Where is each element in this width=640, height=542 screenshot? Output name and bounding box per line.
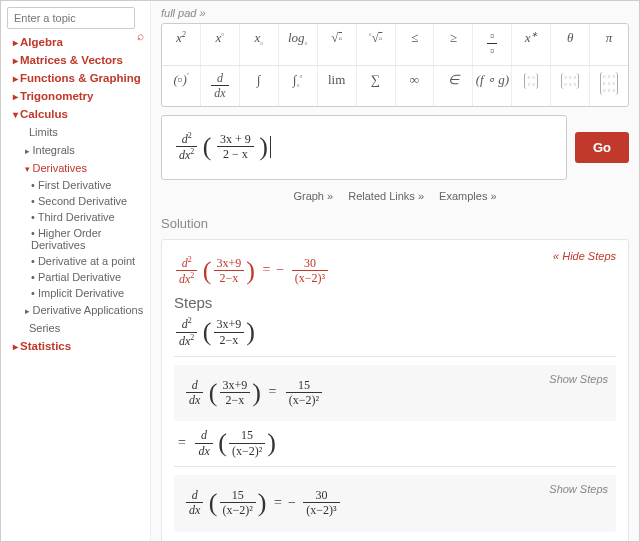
expression-input[interactable]: d2dx2 ( 3x + 92 − x ) xyxy=(161,115,567,180)
nav-label: Calculus xyxy=(20,108,68,120)
nav-statistics[interactable]: ▸Statistics xyxy=(7,337,146,355)
key-sum[interactable]: ∑ xyxy=(357,66,396,107)
key-xstar[interactable]: x∗ xyxy=(512,24,551,65)
key-prime[interactable]: (▫)′ xyxy=(162,66,201,107)
nav-label: Trigonometry xyxy=(20,90,93,102)
keypad: x2 x▫ x▫ log▫ √▫ ▫√▫ ≤ ≥ ▫▫ x∗ θ π (▫)′ … xyxy=(161,23,629,107)
main-result: d2dx2 (3x+92−x) =− 30(x−2)³ xyxy=(174,256,616,287)
key-in[interactable]: ∈ xyxy=(434,66,473,107)
nav-trig[interactable]: ▸Trigonometry xyxy=(7,87,146,105)
key-integral[interactable]: ∫ xyxy=(240,66,279,107)
nav-limits[interactable]: Limits xyxy=(19,123,146,141)
key-ddx[interactable]: ddx xyxy=(201,66,240,107)
key-sqrt[interactable]: √▫ xyxy=(318,24,357,65)
search-input[interactable] xyxy=(7,7,135,29)
nav-derivatives[interactable]: ▾ Derivatives xyxy=(19,159,146,177)
key-x-power[interactable]: x▫ xyxy=(201,24,240,65)
sidebar: ⌕ ▸Algebra ▸Matrices & Vectors ▸Function… xyxy=(1,1,151,541)
hide-steps-link[interactable]: « Hide Steps xyxy=(553,250,616,262)
key-x-squared[interactable]: x2 xyxy=(162,24,201,65)
key-matrix1[interactable]: ▫ ▫▫ ▫ xyxy=(512,66,551,107)
key-lim[interactable]: lim xyxy=(318,66,357,107)
key-log[interactable]: log▫ xyxy=(279,24,318,65)
nav-deriv-higher[interactable]: Higher Order Derivatives xyxy=(31,225,146,253)
steps-title: Steps xyxy=(174,294,616,311)
examples-link[interactable]: Examples » xyxy=(439,190,496,202)
nav-deriv-partial[interactable]: Partial Derivative xyxy=(31,269,146,285)
nav-deriv-implicit[interactable]: Implicit Derivative xyxy=(31,285,146,301)
fullpad-link[interactable]: full pad » xyxy=(161,7,629,19)
nav-matrices[interactable]: ▸Matrices & Vectors xyxy=(7,51,146,69)
key-defint[interactable]: ∫▫▫ xyxy=(279,66,318,107)
key-infinity[interactable]: ∞ xyxy=(396,66,435,107)
solution-title: Solution xyxy=(161,216,629,231)
show-steps-link-2[interactable]: Show Steps xyxy=(549,483,608,495)
related-link[interactable]: Related Links » xyxy=(348,190,424,202)
nav-deriv-first[interactable]: First Derivative xyxy=(31,177,146,193)
key-frac[interactable]: ▫▫ xyxy=(473,24,512,65)
step-2-final: =− 30(x−2)³ xyxy=(174,540,616,541)
step-1-cont: = ddx (15(x−2)²) xyxy=(174,429,616,458)
nav-label: Functions & Graphing xyxy=(20,72,141,84)
nav-label: Algebra xyxy=(20,36,63,48)
nav-calculus[interactable]: ▾Calculus xyxy=(7,105,146,123)
key-theta[interactable]: θ xyxy=(551,24,590,65)
nav-label: Statistics xyxy=(20,340,71,352)
key-pi[interactable]: π xyxy=(590,24,628,65)
step-initial: d2dx2 (3x+92−x) xyxy=(174,317,616,348)
nav-label: Matrices & Vectors xyxy=(20,54,123,66)
step-block-2: Show Steps ddx (15(x−2)²) =− 30(x−2)³ xyxy=(174,475,616,532)
step-block-1: Show Steps ddx (3x+92−x) = 15(x−2)² xyxy=(174,365,616,422)
key-matrix2[interactable]: ▫ ▫ ▫▫ ▫ ▫ xyxy=(551,66,590,107)
nav-deriv-apps[interactable]: ▸ Derivative Applications xyxy=(19,301,146,319)
go-button[interactable]: Go xyxy=(575,132,629,163)
solution-box: « Hide Steps d2dx2 (3x+92−x) =− 30(x−2)³… xyxy=(161,239,629,541)
text-cursor-icon xyxy=(270,136,271,158)
graph-link[interactable]: Graph » xyxy=(293,190,333,202)
nav-series[interactable]: Series xyxy=(19,319,146,337)
key-matrix3[interactable]: ▫ ▫ ▫▫ ▫ ▫▫ ▫ ▫ xyxy=(590,66,628,107)
nav-deriv-point[interactable]: Derivative at a point xyxy=(31,253,146,269)
nav-algebra[interactable]: ▸Algebra xyxy=(7,33,146,51)
key-compose[interactable]: (f ∘ g) xyxy=(473,66,512,107)
key-le[interactable]: ≤ xyxy=(396,24,435,65)
key-x-sub[interactable]: x▫ xyxy=(240,24,279,65)
key-nroot[interactable]: ▫√▫ xyxy=(357,24,396,65)
key-ge[interactable]: ≥ xyxy=(434,24,473,65)
search-icon[interactable]: ⌕ xyxy=(137,29,144,43)
nav-integrals[interactable]: ▸ Integrals xyxy=(19,141,146,159)
nav-deriv-third[interactable]: Third Derivative xyxy=(31,209,146,225)
nav-deriv-second[interactable]: Second Derivative xyxy=(31,193,146,209)
links-row: Graph » Related Links » Examples » xyxy=(161,190,629,202)
show-steps-link-1[interactable]: Show Steps xyxy=(549,373,608,385)
nav-functions[interactable]: ▸Functions & Graphing xyxy=(7,69,146,87)
main: full pad » x2 x▫ x▫ log▫ √▫ ▫√▫ ≤ ≥ ▫▫ x… xyxy=(151,1,639,541)
